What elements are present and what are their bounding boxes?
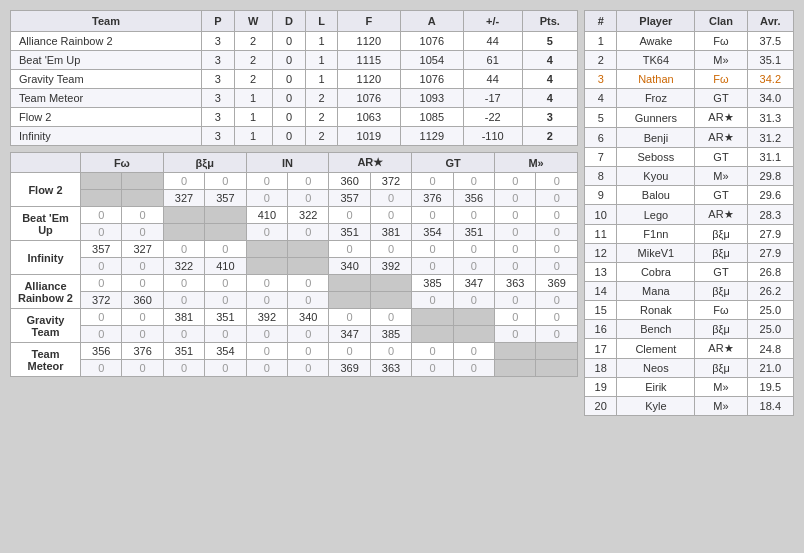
player-avr: 35.1 [747,51,793,70]
player-name: F1nn [617,225,695,244]
standings-d: 0 [272,51,306,70]
standings-col-f: F [337,11,400,32]
standings-p: 3 [202,89,235,108]
h2h-cell: 410 [205,258,246,275]
h2h-cell: 0 [412,241,453,258]
player-num: 2 [585,51,617,70]
h2h-cell: 0 [163,173,204,190]
player-avr: 34.2 [747,70,793,89]
h2h-cell: 0 [246,224,287,241]
standings-pts: 4 [522,89,577,108]
player-num: 11 [585,225,617,244]
h2h-cell: 340 [329,258,370,275]
h2h-cell: 0 [329,207,370,224]
h2h-cell: 0 [536,309,578,326]
h2h-cell [453,326,494,343]
h2h-cell [370,292,411,309]
h2h-cell [495,343,536,360]
standings-w: 1 [234,108,272,127]
standings-col-diff: +/- [463,11,522,32]
standings-f: 1019 [337,127,400,146]
standings-w: 2 [234,32,272,51]
standings-col-l: L [306,11,338,32]
h2h-cell: 0 [412,207,453,224]
player-avr: 24.8 [747,339,793,359]
player-num: 19 [585,378,617,397]
h2h-cell: 0 [81,326,122,343]
player-avr: 29.8 [747,167,793,186]
h2h-cell [205,224,246,241]
h2h-cell: 381 [163,309,204,326]
h2h-cell: 0 [453,343,494,360]
player-num: 17 [585,339,617,359]
main-container: Team P W D L F A +/- Pts. Alliance Rainb… [10,10,794,416]
h2h-cell: 0 [536,207,578,224]
h2h-cell: 0 [205,275,246,292]
standings-p: 3 [202,70,235,89]
h2h-cell: 0 [453,207,494,224]
player-avr: 18.4 [747,397,793,416]
player-clan: AR★ [695,205,747,225]
player-num: 10 [585,205,617,225]
h2h-cell [246,241,287,258]
h2h-cell: 0 [122,224,163,241]
standings-pts: 4 [522,70,577,89]
h2h-cell: 351 [329,224,370,241]
h2h-cell: 360 [122,292,163,309]
h2h-cell: 0 [329,309,370,326]
h2h-cell: 363 [370,360,411,377]
h2h-cell: 0 [495,326,536,343]
h2h-cell: 340 [288,309,329,326]
h2h-cell: 0 [370,207,411,224]
h2h-cell: 0 [536,258,578,275]
h2h-cell: 0 [246,360,287,377]
standings-p: 3 [202,32,235,51]
player-clan: M» [695,397,747,416]
standings-team: Infinity [11,127,202,146]
player-num: 15 [585,301,617,320]
h2h-team-label: Flow 2 [11,173,81,207]
h2h-cell: 0 [495,309,536,326]
player-avr: 31.1 [747,148,793,167]
h2h-cell: 410 [246,207,287,224]
h2h-cell: 0 [453,292,494,309]
h2h-cell [81,173,122,190]
h2h-cell: 0 [163,292,204,309]
standings-p: 3 [202,108,235,127]
h2h-cell [288,241,329,258]
player-avr: 21.0 [747,359,793,378]
h2h-cell [288,258,329,275]
h2h-cell: 0 [536,326,578,343]
h2h-cell: 356 [81,343,122,360]
standings-w: 1 [234,89,272,108]
standings-d: 0 [272,108,306,127]
player-avr: 31.2 [747,128,793,148]
h2h-cell: 0 [205,292,246,309]
h2h-team-label: Team Meteor [11,343,81,377]
players-col-player: Player [617,11,695,32]
h2h-cell: 381 [370,224,411,241]
h2h-cell: 0 [495,224,536,241]
player-name: Kyle [617,397,695,416]
standings-l: 1 [306,70,338,89]
standings-f: 1076 [337,89,400,108]
standings-diff: 44 [463,32,522,51]
player-clan: M» [695,167,747,186]
player-name: Neos [617,359,695,378]
h2h-cell: 0 [122,360,163,377]
player-name: Benji [617,128,695,148]
h2h-cell: 0 [288,275,329,292]
player-name: Gunners [617,108,695,128]
h2h-cell: 0 [536,224,578,241]
player-clan: GT [695,186,747,205]
standings-f: 1120 [337,70,400,89]
h2h-cell: 0 [81,360,122,377]
h2h-cell [412,309,453,326]
player-clan: M» [695,378,747,397]
h2h-cell: 0 [412,360,453,377]
h2h-cell: 0 [453,241,494,258]
h2h-cell: 0 [412,292,453,309]
player-num: 4 [585,89,617,108]
h2h-cell [453,309,494,326]
player-avr: 27.9 [747,244,793,263]
